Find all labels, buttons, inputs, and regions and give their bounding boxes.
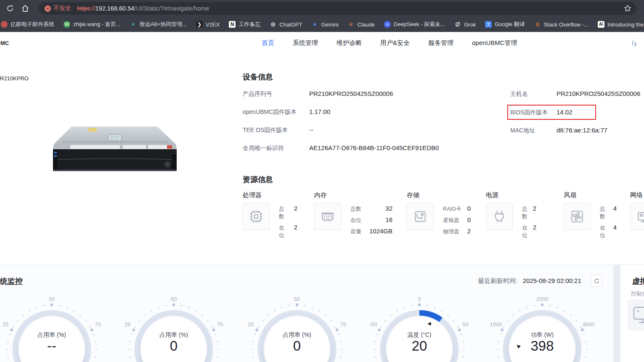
mac-value: d8:76:ae:12:6a:77	[557, 127, 607, 134]
app-navbar: MC 首页 系统管理 维护诊断 用户&安全 服务管理 openUBMC管理	[0, 32, 644, 54]
bookmark-item[interactable]: Wzhijie.wang - 首页...	[59, 21, 125, 28]
server-image	[47, 122, 182, 174]
nav-item-user-security[interactable]: 用户&安全	[380, 39, 410, 47]
refresh-time-label: 最近刷新时间:	[478, 277, 517, 284]
url-host: 192.168.60.54	[95, 5, 135, 12]
gauge-value: 0	[132, 338, 216, 354]
field-label: openUBMC固件版本	[243, 108, 309, 116]
field-label: MAC地址	[510, 127, 557, 135]
bookmark-item[interactable]: ØGrok	[450, 21, 480, 28]
guid-value: AE126A77-D876-B84B-11F0-045CEF91EDB0	[309, 144, 439, 151]
gauge-mem-usage: 50 25 75 占用率 (%) 0	[119, 295, 228, 362]
nav-menu: 首页 系统管理 维护诊断 用户&安全 服务管理 openUBMC管理	[262, 32, 517, 54]
server-model-label: R210KPRO	[0, 75, 29, 82]
bios-highlight-box	[507, 105, 596, 120]
storage-icon	[407, 203, 434, 230]
gemini-icon: ✦	[311, 21, 318, 28]
url-scheme: https	[77, 5, 90, 12]
refresh-time-value: 2025-08-29 02:00:21	[523, 277, 581, 284]
power-icon	[486, 203, 513, 230]
flame-logo-icon[interactable]	[630, 39, 639, 50]
bookmark-star-icon[interactable]	[624, 5, 631, 14]
device-info-title: 设备信息	[243, 72, 273, 82]
refresh-button[interactable]	[591, 275, 602, 287]
network-icon	[630, 203, 644, 230]
virtual-console-launcher[interactable]	[628, 299, 644, 330]
site-icon: W	[64, 21, 70, 28]
nav-item-service[interactable]: 服务管理	[428, 39, 453, 47]
notion-icon: N	[229, 21, 236, 28]
resource-card-cpu[interactable]: 处理器 总数2 在位2	[243, 191, 312, 199]
home-icon[interactable]	[21, 4, 29, 13]
claude-icon: ✳	[348, 21, 355, 28]
resource-card-power[interactable]: 电源 总数2 在位2	[486, 191, 555, 199]
field-label: 产品序列号	[243, 90, 309, 98]
bookmark-item[interactable]: ≈DeepSeek - 探索未...	[379, 21, 450, 28]
resource-card-fan[interactable]: 风扇 总数4 在位4	[564, 191, 633, 199]
bookmark-item[interactable]: A\Introducing the M...	[593, 21, 644, 28]
field-label: 主机名	[510, 90, 557, 98]
gauge-temperature: 0 -50 50 温度 (°C) 20 ◀	[365, 295, 474, 362]
virtual-console-title: 虚拟控制台	[632, 276, 644, 286]
gauge-usage-3: 50 25 75 占用率 (%) 0	[242, 295, 352, 362]
monitor-section: 系统监控 最近刷新时间: 2025-08-29 02:00:21 50 25 7…	[0, 264, 644, 362]
refresh-time-area: 最近刷新时间: 2025-08-29 02:00:21	[478, 277, 581, 285]
bookmark-item[interactable]: ≣Stack Overflow -...	[530, 21, 593, 28]
bookmark-item[interactable]: ✦Gemini	[307, 21, 343, 28]
bookmark-item[interactable]: ✳Claude	[343, 21, 379, 28]
gauge-value: 0	[255, 338, 339, 354]
field-label: TEE OS固件版本	[243, 127, 309, 134]
browser-chrome: ✕ 不安全 https://192.168.60.54/UI/Static/?#…	[0, 0, 644, 32]
nav-item-home[interactable]: 首页	[262, 39, 274, 47]
bookmark-item[interactable]: N工作备忘	[224, 21, 265, 28]
brand-logo: MC	[0, 40, 9, 46]
resource-info-title: 资源信息	[243, 174, 273, 185]
bookmark-item[interactable]: ❯V2EX	[191, 21, 224, 28]
product-serial-value: PR210KPRO250425SZ00006	[309, 90, 393, 97]
seeyon-icon: ✦	[130, 21, 137, 28]
url-text: https://192.168.60.54/UI/Static/?#/navig…	[77, 5, 209, 12]
teeos-fw-value: --	[309, 126, 313, 133]
bookmark-item[interactable]: 文Google 翻译	[480, 21, 530, 28]
memory-icon	[314, 203, 341, 230]
openubmc-fw-value: 1.17.00	[309, 108, 330, 115]
gauge-pointer-icon: ◀	[427, 321, 431, 326]
deepseek-icon: ≈	[384, 21, 391, 28]
translate-icon: 文	[485, 21, 492, 28]
security-badge-label: 不安全	[53, 5, 71, 12]
stackoverflow-icon: ≣	[534, 21, 541, 28]
bookmark-item[interactable]: 亿邮电子邮件系统	[0, 21, 59, 28]
gauge-cpu-usage: 50 25 75 占用率 (%) --	[0, 295, 106, 362]
not-secure-icon: ✕	[45, 5, 51, 12]
system-monitor-title: 系统监控	[0, 276, 23, 286]
grok-icon: Ø	[454, 21, 461, 28]
url-bar[interactable]: ✕ 不安全 https://192.168.60.54/UI/Static/?#…	[39, 2, 636, 15]
security-badge[interactable]: ✕ 不安全	[45, 5, 71, 12]
bookmark-item[interactable]: ⊛ChatGPT	[265, 21, 307, 28]
virtual-console-desc: 控制台	[631, 290, 644, 298]
resource-card-network[interactable]: 网络	[630, 191, 644, 199]
screen: ✕ 不安全 https://192.168.60.54/UI/Static/?#…	[0, 0, 644, 362]
gauge-value: 398	[500, 338, 584, 354]
nav-item-maintenance[interactable]: 维护诊断	[337, 39, 362, 47]
anthropic-icon: A\	[598, 21, 604, 28]
mail-icon	[1, 21, 8, 28]
bookmarks-bar: 亿邮电子邮件系统 Wzhijie.wang - 首页... ✦致远A8+协同管理…	[0, 17, 644, 32]
resource-card-storage[interactable]: 存储 RAID卡0 逻辑盘0 物理盘2	[407, 191, 476, 199]
url-separator: ://	[90, 5, 95, 12]
url-path: /UI/Static/?#/navigate/home	[134, 5, 209, 12]
nav-item-openubmc[interactable]: openUBMC管理	[472, 39, 517, 47]
gauge-power: 2000 1000 3000 功率 (W) 398 ◀	[488, 295, 597, 362]
reload-icon[interactable]	[6, 4, 14, 13]
main-content: R210KPRO	[0, 54, 644, 264]
gauge-value: --	[10, 338, 94, 354]
resource-card-memory[interactable]: 内存 总数32 在位16 容量1024GB	[314, 191, 384, 199]
system-monitor-panel: 系统监控 最近刷新时间: 2025-08-29 02:00:21 50 25 7…	[0, 265, 613, 362]
field-label: 全局唯一标识符	[243, 145, 309, 152]
cpu-icon	[243, 203, 270, 230]
virtual-console-panel: 虚拟控制台 控制台	[620, 265, 644, 362]
v2ex-icon: ❯	[196, 21, 203, 28]
bookmark-item[interactable]: ✦致远A8+协同管理...	[125, 21, 191, 28]
gauge-value: 20	[377, 338, 461, 354]
nav-item-system[interactable]: 系统管理	[293, 39, 318, 47]
